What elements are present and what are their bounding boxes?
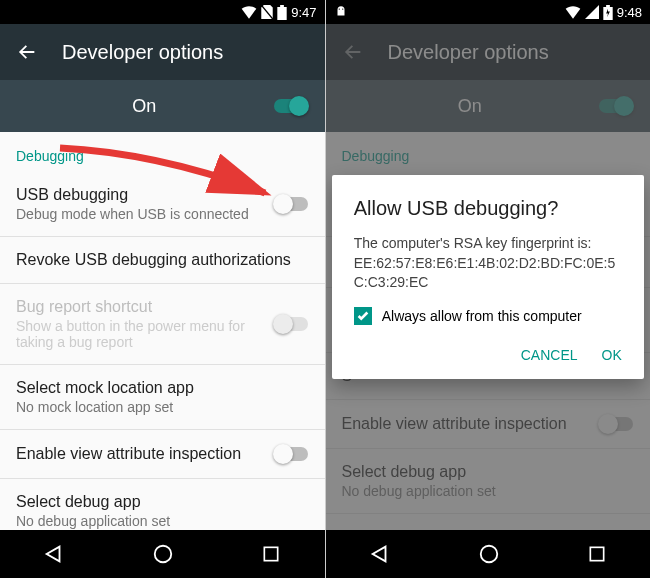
view-switch[interactable] <box>273 444 309 464</box>
usb-switch[interactable] <box>273 194 309 214</box>
phone-left: 9:47 Developer options On Debugging USB … <box>0 0 325 578</box>
no-sim-icon <box>261 5 273 19</box>
back-icon[interactable] <box>16 41 38 63</box>
mock-sub: No mock location app set <box>16 399 309 415</box>
settings-list: Debugging USB debugging Debug mode when … <box>0 132 325 530</box>
signal-icon <box>585 5 599 19</box>
modal-overlay: Allow USB debugging? The computer's RSA … <box>326 24 651 530</box>
wifi-icon <box>565 5 581 19</box>
always-allow-row[interactable]: Always allow from this computer <box>354 307 622 325</box>
status-time: 9:48 <box>617 5 642 20</box>
checkbox-checked-icon[interactable] <box>354 307 372 325</box>
item-view-attr[interactable]: Enable view attribute inspection <box>0 430 325 479</box>
dialog-actions: CANCEL OK <box>354 339 622 371</box>
android-icon <box>334 5 348 19</box>
battery-icon <box>277 5 287 20</box>
master-label: On <box>16 96 273 117</box>
nav-bar <box>0 530 325 578</box>
svg-point-2 <box>338 8 339 9</box>
master-switch[interactable] <box>273 96 309 116</box>
usb-debugging-dialog: Allow USB debugging? The computer's RSA … <box>332 175 644 379</box>
item-revoke[interactable]: Revoke USB debugging authorizations <box>0 237 325 284</box>
always-allow-label: Always allow from this computer <box>382 308 582 324</box>
nav-home-icon[interactable] <box>478 543 500 565</box>
master-toggle-bar[interactable]: On <box>0 80 325 132</box>
nav-home-icon[interactable] <box>152 543 174 565</box>
usb-title: USB debugging <box>16 186 261 204</box>
page-title: Developer options <box>62 41 223 64</box>
view-title: Enable view attribute inspection <box>16 445 261 463</box>
nav-recent-icon[interactable] <box>261 544 281 564</box>
nav-recent-icon[interactable] <box>587 544 607 564</box>
svg-rect-1 <box>264 547 277 560</box>
debug-sub: No debug application set <box>16 513 309 529</box>
ok-button[interactable]: OK <box>602 347 622 363</box>
svg-point-0 <box>155 546 172 563</box>
nav-back-icon[interactable] <box>369 543 391 565</box>
app-bar: Developer options <box>0 24 325 80</box>
status-bar: 9:48 <box>326 0 651 24</box>
bug-sub: Show a button in the power menu for taki… <box>16 318 261 350</box>
mock-title: Select mock location app <box>16 379 309 397</box>
bug-title: Bug report shortcut <box>16 298 261 316</box>
bug-switch <box>273 314 309 334</box>
battery-charging-icon <box>603 5 613 20</box>
dialog-title: Allow USB debugging? <box>354 197 622 220</box>
dialog-body: The computer's RSA key fingerprint is: E… <box>354 234 622 293</box>
wifi-icon <box>241 5 257 19</box>
status-bar: 9:47 <box>0 0 325 24</box>
nav-back-icon[interactable] <box>43 543 65 565</box>
item-bug-shortcut: Bug report shortcut Show a button in the… <box>0 284 325 365</box>
status-time: 9:47 <box>291 5 316 20</box>
cancel-button[interactable]: CANCEL <box>521 347 578 363</box>
revoke-title: Revoke USB debugging authorizations <box>16 251 309 269</box>
nav-bar <box>326 530 651 578</box>
svg-point-3 <box>342 8 343 9</box>
usb-sub: Debug mode when USB is connected <box>16 206 261 222</box>
item-usb-debugging[interactable]: USB debugging Debug mode when USB is con… <box>0 172 325 237</box>
item-select-debug[interactable]: Select debug app No debug application se… <box>0 479 325 530</box>
debug-title: Select debug app <box>16 493 309 511</box>
section-header: Debugging <box>0 132 325 172</box>
phone-right: 9:48 Developer options On Debugging U D … <box>325 0 651 578</box>
item-mock-location[interactable]: Select mock location app No mock locatio… <box>0 365 325 430</box>
svg-rect-5 <box>590 547 603 560</box>
svg-point-4 <box>480 546 497 563</box>
